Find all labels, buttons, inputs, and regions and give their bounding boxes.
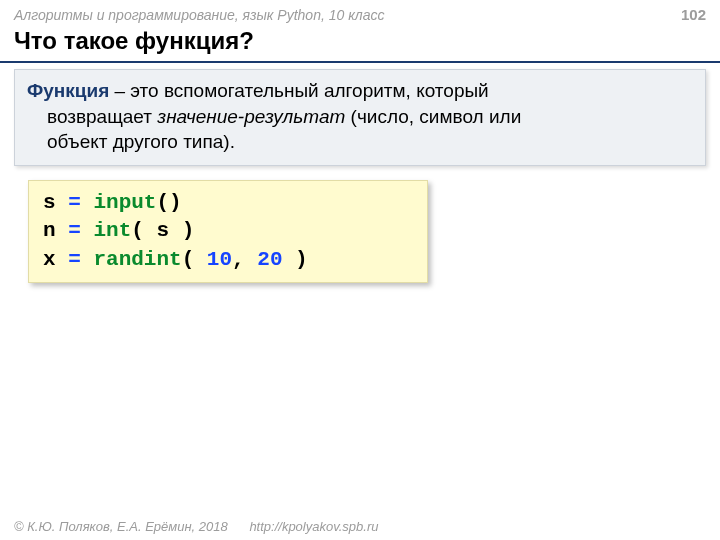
slide-header: Алгоритмы и программирование, язык Pytho… xyxy=(0,0,720,25)
title-rule xyxy=(0,61,720,63)
copyright: © К.Ю. Поляков, Е.А. Ерёмин, 2018 xyxy=(14,519,228,534)
page-number: 102 xyxy=(681,6,706,23)
definition-term: Функция xyxy=(27,80,109,101)
definition-line2: возвращает значение-результат (число, си… xyxy=(27,104,693,130)
course-label: Алгоритмы и программирование, язык Pytho… xyxy=(14,7,384,23)
footer-url: http://kpolyakov.spb.ru xyxy=(249,519,378,534)
definition-line1: – это вспомогательный алгоритм, который xyxy=(109,80,489,101)
slide-footer: © К.Ю. Поляков, Е.А. Ерёмин, 2018 http:/… xyxy=(14,519,378,534)
slide-title: Что такое функция? xyxy=(0,25,720,61)
code-line-1: s = input() xyxy=(43,191,182,214)
code-line-3: x = randint( 10, 20 ) xyxy=(43,248,308,271)
definition-line3: объект другого типа). xyxy=(27,129,693,155)
code-box: s = input() n = int( s ) x = randint( 10… xyxy=(28,180,428,283)
definition-box: Функция – это вспомогательный алгоритм, … xyxy=(14,69,706,166)
code-line-2: n = int( s ) xyxy=(43,219,194,242)
